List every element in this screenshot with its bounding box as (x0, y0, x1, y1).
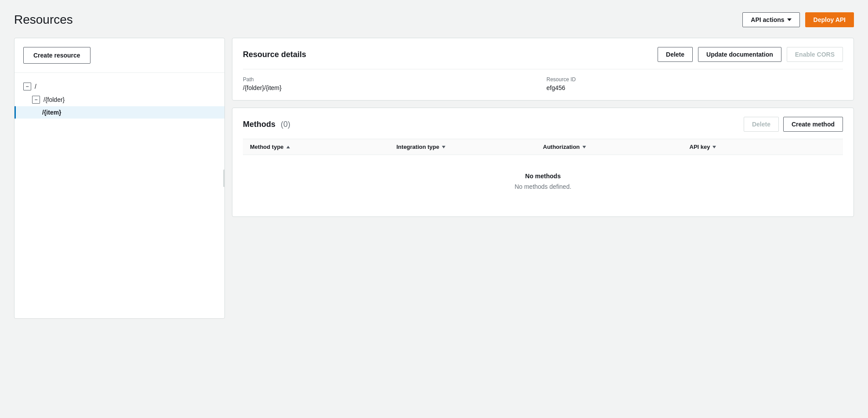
sort-desc-icon-apikey (712, 146, 716, 148)
th-api-key-label: API key (690, 144, 710, 150)
expand-icon-folder: − (32, 96, 40, 104)
resource-id-label: Resource ID (546, 76, 843, 83)
table-header: Method type Integration type Authorizati… (243, 139, 843, 155)
deploy-api-button[interactable]: Deploy API (805, 12, 854, 27)
resource-details-grid: Path /{folder}/{item} Resource ID efg456 (243, 69, 843, 91)
tree-item-item[interactable]: /{item} (14, 106, 224, 119)
th-integration-type[interactable]: Integration type (397, 144, 543, 150)
sort-asc-icon (286, 146, 290, 148)
path-value: /{folder}/{item} (243, 84, 539, 91)
create-method-button[interactable]: Create method (783, 117, 843, 132)
page-title: Resources (14, 13, 73, 27)
resource-tree: − / − /{folder} /{item} (14, 73, 224, 126)
th-authorization-label: Authorization (543, 144, 580, 150)
empty-state-title: No methods (250, 173, 836, 180)
resource-details-header: Resource details Delete Update documenta… (243, 47, 843, 62)
th-method-type-label: Method type (250, 144, 284, 150)
enable-cors-button[interactable]: Enable CORS (787, 47, 843, 62)
methods-table: Method type Integration type Authorizati… (243, 139, 843, 208)
delete-resource-button[interactable]: Delete (658, 47, 693, 62)
table-empty-state: No methods No methods defined. (243, 155, 843, 208)
sort-desc-icon-auth (582, 146, 586, 148)
resize-dots-icon (223, 169, 225, 187)
left-panel: Create resource − / − /{folder} /{item} (14, 38, 225, 319)
main-content: Create resource − / − /{folder} /{item} (14, 38, 854, 319)
right-panel: Resource details Delete Update documenta… (232, 38, 854, 217)
create-resource-button[interactable]: Create resource (23, 47, 90, 64)
sort-desc-icon-integration (442, 146, 445, 148)
tree-item-item-label: /{item} (42, 109, 61, 116)
methods-card: Methods (0) Delete Create method Method … (232, 108, 854, 217)
resource-details-card: Resource details Delete Update documenta… (232, 38, 854, 101)
th-api-key[interactable]: API key (690, 144, 836, 150)
tree-item-folder[interactable]: − /{folder} (14, 93, 224, 106)
api-actions-label: API actions (751, 16, 784, 23)
api-actions-chevron-icon (787, 18, 792, 21)
empty-state-desc: No methods defined. (250, 183, 836, 190)
methods-actions: Delete Create method (744, 117, 843, 132)
path-label: Path (243, 76, 539, 83)
resource-id-field: Resource ID efg456 (546, 76, 843, 91)
th-authorization[interactable]: Authorization (543, 144, 690, 150)
methods-header: Methods (0) Delete Create method (243, 117, 843, 132)
tree-item-root[interactable]: − / (14, 80, 224, 93)
methods-count: (0) (281, 120, 290, 129)
expand-icon-root: − (23, 83, 31, 90)
tree-item-folder-label: /{folder} (43, 96, 65, 103)
api-actions-button[interactable]: API actions (742, 12, 799, 27)
path-field: Path /{folder}/{item} (243, 76, 539, 91)
resource-details-title: Resource details (243, 50, 652, 59)
resize-handle[interactable] (223, 38, 225, 318)
delete-method-button[interactable]: Delete (744, 117, 779, 132)
update-documentation-button[interactable]: Update documentation (698, 47, 781, 62)
resource-id-value: efg456 (546, 84, 843, 91)
th-integration-type-label: Integration type (397, 144, 440, 150)
header-actions: API actions Deploy API (742, 12, 854, 27)
th-method-type[interactable]: Method type (250, 144, 397, 150)
tree-item-root-label: / (35, 83, 36, 90)
methods-title: Methods (243, 120, 275, 129)
